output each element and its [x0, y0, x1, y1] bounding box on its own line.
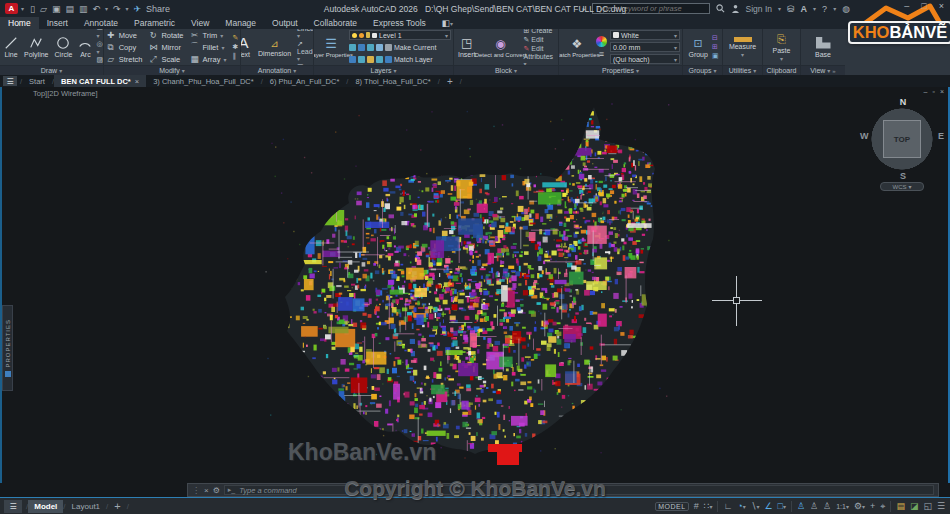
arc-button[interactable]: Arc: [76, 36, 94, 58]
layer-tool-icon[interactable]: [376, 56, 383, 63]
fillet-button[interactable]: ⌒Fillet▾: [190, 42, 227, 52]
edit-attributes-button[interactable]: ✎ Edit Attributes ▾: [524, 45, 556, 65]
viewcube-top-face[interactable]: TOP: [883, 120, 921, 158]
hardware-acceleration-icon[interactable]: ◪: [910, 501, 919, 511]
detect-convert-button[interactable]: ◉ Detect and Convert: [482, 37, 520, 58]
user-icon[interactable]: [731, 4, 740, 13]
annotation-autoscale-icon[interactable]: ♙: [810, 501, 818, 511]
layout-menu-icon[interactable]: ☰: [4, 500, 22, 513]
clean-screen-icon[interactable]: ◱: [923, 501, 932, 511]
layer-properties-button[interactable]: ☰ Layer Properties: [316, 36, 346, 58]
help-icon[interactable]: ?: [822, 4, 827, 14]
measure-button[interactable]: Measure: [729, 43, 756, 50]
panel-groups-expander[interactable]: Groups▾: [683, 65, 722, 75]
layout1-tab[interactable]: Layout1: [66, 500, 106, 513]
ungroup-icon[interactable]: ⊟: [712, 34, 719, 42]
text-button[interactable]: A Text: [241, 36, 252, 58]
array-button[interactable]: ▦Array▾: [190, 54, 227, 64]
viewport-label[interactable]: Top][2D Wireframe]: [33, 89, 98, 98]
viewport-minimize-icon[interactable]: ‒: [924, 88, 928, 95]
redo-caret-icon[interactable]: ▾: [126, 5, 129, 12]
autodesk-a-icon[interactable]: A: [801, 4, 808, 14]
object-snap-tracking-icon[interactable]: ∠: [764, 501, 772, 511]
file-tab-menu-icon[interactable]: ☰: [3, 76, 17, 86]
tab-annotate[interactable]: Annotate: [76, 17, 126, 29]
snap-icon[interactable]: ∷▾: [704, 501, 713, 511]
ellipse-icon[interactable]: ◎ ▾: [96, 40, 103, 55]
mirror-button[interactable]: ⋈Mirror: [148, 42, 183, 52]
command-bar-close-icon[interactable]: ×: [204, 486, 209, 495]
move-button[interactable]: ✚Move: [106, 30, 143, 40]
search-collapse-icon[interactable]: ▸: [583, 5, 586, 12]
redo-icon[interactable]: ↷: [113, 4, 121, 14]
layer-tool-icon[interactable]: [385, 56, 392, 63]
panel-clipboard-expander[interactable]: Clipboard: [763, 65, 800, 75]
base-button[interactable]: Base: [815, 51, 831, 58]
panel-layers-expander[interactable]: Layers▾: [314, 65, 453, 75]
paste-button[interactable]: Paste: [773, 47, 791, 54]
notification-icon[interactable]: ◍: [842, 4, 850, 14]
featured-apps-icon[interactable]: ◧ ▾: [434, 17, 461, 29]
new-drawing-tab-button[interactable]: +: [440, 75, 460, 87]
line-button[interactable]: Line: [2, 36, 20, 58]
explode-icon[interactable]: ✱: [232, 43, 238, 51]
grid-icon[interactable]: #: [694, 501, 699, 511]
leader-button[interactable]: ↗ Leader ▾: [297, 40, 313, 62]
file-tab-thoi-hoa[interactable]: 8) Thoi_Hoa_Full_DC*: [348, 75, 437, 87]
save-as-icon[interactable]: ▤: [65, 4, 74, 14]
rectangle-icon[interactable]: ▭ ▾: [96, 29, 103, 39]
customization-icon[interactable]: ☰: [937, 501, 945, 511]
tab-view[interactable]: View: [183, 17, 217, 29]
graphics-performance-icon[interactable]: ▤: [896, 501, 905, 511]
tab-home[interactable]: Home: [0, 17, 39, 29]
command-bar-grip[interactable]: ⋮: [192, 486, 200, 495]
tab-output[interactable]: Output: [264, 17, 306, 29]
create-block-button[interactable]: ⊞ Create: [524, 29, 556, 35]
layer-tool-icon[interactable]: [367, 44, 374, 51]
workspace-gear-icon[interactable]: ⚙▾: [854, 501, 865, 511]
tab-express-tools[interactable]: Express Tools: [365, 17, 434, 29]
panel-annotation-expander[interactable]: Annotation▾: [241, 65, 313, 75]
dimension-button[interactable]: ⊿ Dimension: [256, 38, 293, 57]
layer-tool-icon[interactable]: [367, 56, 374, 63]
close-button[interactable]: ×: [939, 1, 944, 11]
layer-tool-icon[interactable]: [358, 56, 365, 63]
share-icon[interactable]: ✈: [134, 4, 142, 14]
sign-in-caret-icon[interactable]: ▾: [778, 5, 781, 12]
isolate-objects-icon[interactable]: ⌖: [880, 501, 885, 512]
help-caret-icon[interactable]: ▾: [833, 5, 836, 12]
viewport-restore-icon[interactable]: ▫: [932, 88, 934, 95]
file-tab-close-icon[interactable]: ×: [135, 77, 139, 86]
layer-tool-icon[interactable]: [349, 44, 356, 51]
model-tab[interactable]: Model: [28, 500, 63, 513]
annotation-scale-value[interactable]: 1:1▾: [836, 503, 849, 510]
sign-in-label[interactable]: Sign In: [746, 4, 772, 14]
ortho-icon[interactable]: ∟: [723, 501, 732, 511]
linear-dimension-button[interactable]: ⊢ Linear ▾: [297, 29, 313, 39]
trim-button[interactable]: ✂Trim▾: [190, 30, 227, 40]
panel-view-expander[interactable]: View▾»: [801, 65, 845, 75]
rotate-button[interactable]: ↻Rotate: [148, 30, 183, 40]
layer-tool-icon[interactable]: [349, 56, 356, 63]
wcs-menu[interactable]: WCS▾: [880, 182, 924, 191]
annotation-people-icon[interactable]: ♙: [823, 501, 831, 511]
lineweight-select[interactable]: 0.00 mm▾: [610, 42, 680, 52]
file-tab-active[interactable]: BEN CAT FULL DC*×: [54, 75, 146, 87]
annotation-visibility-icon[interactable]: ♙: [797, 501, 805, 511]
object-color-select[interactable]: White▾: [610, 30, 680, 40]
minimize-button[interactable]: –: [904, 1, 909, 11]
add-layout-button[interactable]: +: [108, 500, 126, 513]
isometric-drafting-icon[interactable]: ∖▾: [751, 501, 760, 511]
app-store-cart-icon[interactable]: ⛁: [787, 4, 795, 14]
edit-block-button[interactable]: ✎ Edit: [524, 36, 556, 44]
panel-utilities-expander[interactable]: Utilities▾: [723, 65, 762, 75]
properties-palette-tab[interactable]: PROPERTIES: [2, 305, 13, 391]
group-edit-icon[interactable]: ⊞: [712, 43, 719, 51]
city-plan-drawing[interactable]: [265, 99, 675, 474]
panel-properties-expander[interactable]: Properties▾: [559, 65, 682, 75]
tab-parametric[interactable]: Parametric: [126, 17, 183, 29]
command-customize-icon[interactable]: ⚙: [213, 486, 220, 495]
autocad-app-icon[interactable]: A: [5, 3, 18, 14]
layer-tool-icon[interactable]: [385, 44, 392, 51]
viewcube-south[interactable]: S: [900, 171, 906, 181]
